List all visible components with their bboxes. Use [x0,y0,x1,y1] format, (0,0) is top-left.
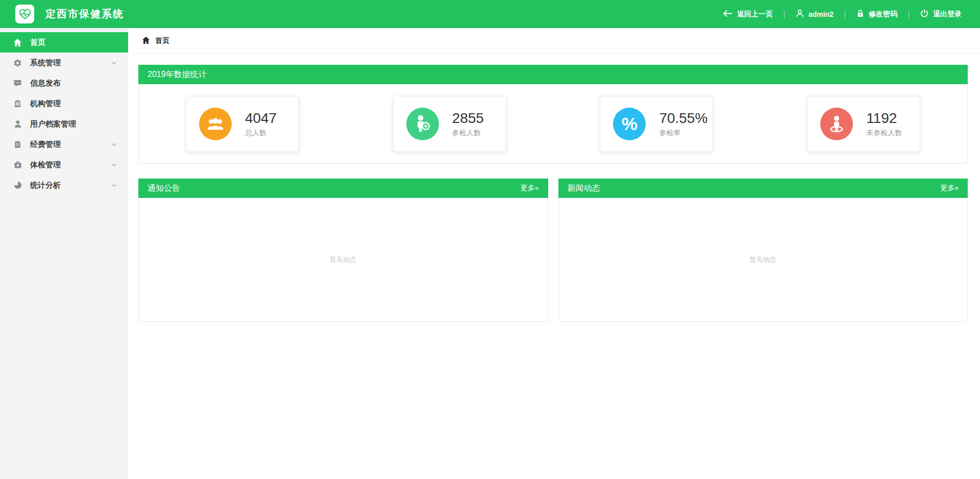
notebook-icon [13,140,22,148]
notice-empty-text: 暂无动态 [330,255,356,264]
sidebar-item-user-archives[interactable]: 用户档案管理 [0,114,128,134]
sidebar-item-physical-exam[interactable]: 体检管理 [0,155,128,175]
back-arrow-icon [723,10,732,19]
medkit-icon [13,161,22,169]
news-empty-text: 暂无动态 [750,255,776,264]
content-area: 2019年数据统计 [128,54,980,322]
sidebar-item-system-management[interactable]: 系统管理 [0,53,128,73]
stat-text: 2855 参检人数 [452,110,484,138]
user-menu[interactable]: admin2 [796,9,834,19]
divider [845,10,845,18]
user-icon [13,120,22,128]
stat-value: 1192 [866,110,902,127]
panels-row: 通知公告 更多» 暂无动态 新闻动态 更多» 暂无动态 [138,179,968,322]
percent-icon: % [613,108,646,140]
stat-label: 总人数 [245,129,277,138]
change-password-button[interactable]: 修改密码 [856,9,897,19]
user-profile-icon [796,9,804,19]
stat-text: 70.55% 参检率 [659,110,707,138]
pie-chart-icon [13,181,22,189]
breadcrumb-home-icon [142,36,150,45]
stat-value: 70.55% [659,110,707,127]
person-pin-icon [820,108,853,140]
sidebar-item-statistics[interactable]: 统计分析 [0,175,128,195]
sidebar-item-label: 首页 [30,38,45,47]
divider [909,10,909,18]
chevron-down-icon [111,143,117,146]
users-group-icon [199,108,232,140]
sidebar-item-label: 用户档案管理 [30,119,76,129]
chevron-down-icon [111,184,117,187]
logout-label: 退出登录 [933,10,962,19]
breadcrumb: 首页 [128,28,980,54]
sidebar-item-label: 系统管理 [30,58,61,68]
sidebar-item-org-management[interactable]: 机构管理 [0,93,128,114]
stat-label: 参检率 [659,129,707,138]
change-password-label: 修改密码 [869,10,897,19]
logout-button[interactable]: 退出登录 [920,9,962,19]
sidebar-item-label: 经费管理 [30,140,61,149]
breadcrumb-label[interactable]: 首页 [155,36,169,45]
stat-value: 4047 [245,110,277,127]
notice-panel-header: 通知公告 更多» [138,179,548,198]
notice-more-link[interactable]: 更多» [521,184,539,193]
sidebar-item-label: 统计分析 [30,181,61,190]
back-label: 返回上一页 [737,10,773,19]
main-content: 首页 2019年数据统计 [128,28,980,479]
stat-card-examined: 2855 参检人数 [393,96,506,152]
sidebar-item-info-publish[interactable]: 信息发布 [0,73,128,93]
top-nav: 返回上一页 admin2 修改密码 [723,9,962,19]
sidebar-item-label: 体检管理 [30,160,61,170]
stat-text: 4047 总人数 [245,110,277,138]
sidebar-item-funds-management[interactable]: 经费管理 [0,134,128,155]
news-panel-header: 新闻动态 更多» [558,179,968,198]
brand: 定西市保健系统 [15,5,124,23]
top-header: 定西市保健系统 返回上一页 admin2 [0,0,980,28]
person-plus-icon [406,108,439,140]
back-button[interactable]: 返回上一页 [723,10,773,19]
comment-icon [13,79,22,87]
stat-card-total: 4047 总人数 [186,96,299,152]
stats-title: 2019年数据统计 [148,69,207,80]
news-more-link[interactable]: 更多» [940,184,959,193]
sidebar-item-home[interactable]: 首页 [0,32,128,53]
home-icon [13,38,22,46]
username: admin2 [808,10,834,18]
sidebar-nav: 首页 系统管理 信息发布 [0,28,128,479]
notice-panel: 通知公告 更多» 暂无动态 [138,179,548,322]
notice-panel-body: 暂无动态 [138,198,548,322]
stat-label: 未参检人数 [866,129,902,138]
lock-icon [856,9,864,19]
gear-icon [13,59,22,67]
notice-panel-title: 通知公告 [148,183,180,194]
divider [784,10,785,18]
stat-text: 1192 未参检人数 [866,110,902,138]
app-logo-icon [15,5,34,23]
app-title: 定西市保健系统 [45,7,124,21]
chevron-down-icon [111,61,117,65]
stat-card-rate: % 70.55% 参检率 [600,96,713,152]
stat-value: 2855 [452,110,484,127]
news-panel-body: 暂无动态 [558,198,968,322]
stat-label: 参检人数 [452,129,484,138]
sidebar-item-label: 机构管理 [30,99,61,109]
heart-pulse-icon [18,8,32,21]
stats-body: 4047 总人数 [138,84,968,164]
stat-card-not-examined: 1192 未参检人数 [807,96,920,152]
layout: 首页 系统管理 信息发布 [0,28,980,479]
chevron-down-icon [111,163,117,167]
stats-panel: 2019年数据统计 [138,65,968,164]
stats-panel-header: 2019年数据统计 [138,65,968,84]
power-icon [920,9,928,19]
sidebar-item-label: 信息发布 [30,79,61,88]
news-panel: 新闻动态 更多» 暂无动态 [558,179,968,322]
news-panel-title: 新闻动态 [568,183,600,194]
building-icon [13,99,22,108]
